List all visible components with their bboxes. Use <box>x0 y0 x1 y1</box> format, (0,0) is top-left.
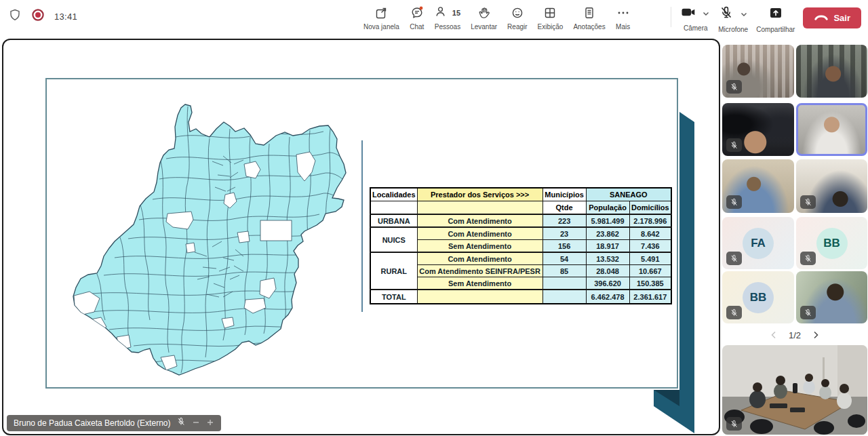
muted-mic-icon <box>800 306 816 319</box>
participant-video-tile-active-speaker[interactable] <box>796 103 867 156</box>
col-header-domicilios: Domicílios <box>629 201 671 215</box>
saneago-service-table: Localidades Prestador dos Serviços >>> M… <box>370 187 672 304</box>
participant-video-tile[interactable] <box>796 159 867 213</box>
shared-screen-stage: Localidades Prestador dos Serviços >>> M… <box>2 39 720 435</box>
toolbar-divider <box>671 7 671 27</box>
leave-button[interactable]: Sair <box>803 7 861 28</box>
page-indicator: 1/2 <box>789 330 801 340</box>
col-header-populacao: População <box>586 201 629 215</box>
avatar: BB <box>816 228 848 259</box>
share-control[interactable]: Compartilhar <box>756 5 795 33</box>
more-button[interactable]: Mais <box>616 5 631 31</box>
hangup-phone-icon <box>814 13 829 23</box>
smiley-icon <box>511 5 524 20</box>
col-header-municipios: Municípios <box>542 188 586 201</box>
document-icon <box>583 5 596 20</box>
participants-pager: 1/2 <box>722 326 868 344</box>
muted-mic-icon <box>800 252 816 265</box>
meeting-room-video-tile[interactable] <box>722 345 867 435</box>
participants-sidebar: FA BB BB 1/2 <box>722 39 868 436</box>
participant-video-tile[interactable] <box>722 103 794 156</box>
grid-view-icon <box>543 5 557 20</box>
new-window-icon <box>374 5 388 20</box>
chat-button[interactable]: Chat <box>410 5 425 31</box>
camera-control[interactable]: Câmera <box>681 5 710 32</box>
shield-icon <box>8 8 22 24</box>
chat-icon <box>410 5 425 20</box>
muted-mic-icon <box>800 195 816 209</box>
microphone-muted-icon <box>719 5 734 23</box>
pager-chevron-right-icon[interactable] <box>812 330 820 340</box>
muted-mic-icon <box>726 417 742 431</box>
participant-avatar-tile[interactable]: FA <box>722 217 794 269</box>
annotations-button[interactable]: Anotações <box>573 5 605 31</box>
participant-video-tile[interactable] <box>796 45 867 98</box>
participant-avatar-tile[interactable]: BB <box>796 217 867 269</box>
col-header-saneago: SANEAGO <box>586 188 671 201</box>
muted-mic-icon <box>726 195 742 209</box>
muted-mic-icon <box>726 138 742 152</box>
table-row: URBANA Com Atendimento 223 5.981.499 2.1… <box>370 214 671 227</box>
new-window-button[interactable]: Nova janela <box>363 5 399 31</box>
muted-mic-icon <box>726 252 742 265</box>
meeting-timer: 13:41 <box>54 12 77 22</box>
camera-icon <box>681 5 696 22</box>
participant-video-tile[interactable] <box>722 159 794 213</box>
table-row: RURAL Com Atendimento 54 13.532 5.491 <box>370 252 671 265</box>
people-icon <box>435 5 448 21</box>
zoom-out-icon[interactable] <box>192 417 200 429</box>
react-button[interactable]: Reagir <box>507 5 527 31</box>
presenter-name-pill: Bruno de Padua Caixeta Bertoldo (Externo… <box>7 415 221 431</box>
muted-mic-icon <box>726 80 742 94</box>
table-row: NUICS Com Atendimento 23 23.862 8.642 <box>370 227 671 240</box>
zoom-in-icon[interactable] <box>206 417 214 429</box>
recording-indicator-icon <box>31 8 45 24</box>
meeting-toolbar: 13:41 Nova janela Chat 15 Pessoas <box>0 0 868 39</box>
pager-chevron-left-icon[interactable] <box>770 330 778 340</box>
presenter-name: Bruno de Padua Caixeta Bertoldo (Externo… <box>14 418 170 428</box>
participant-count: 15 <box>452 9 460 17</box>
slide-divider-line <box>361 140 363 312</box>
raise-hand-button[interactable]: Levantar <box>471 5 497 31</box>
col-header-localidades: Localidades <box>370 188 417 201</box>
raised-hand-icon <box>477 5 491 20</box>
camera-chevron-down-icon[interactable] <box>702 9 710 18</box>
participant-avatar-tile[interactable]: BB <box>722 271 794 323</box>
ellipsis-icon <box>616 5 631 20</box>
microphone-chevron-down-icon[interactable] <box>740 10 748 18</box>
microphone-control[interactable]: Microfone <box>718 5 748 33</box>
muted-mic-icon <box>726 306 742 319</box>
presenter-muted-mic-icon <box>176 417 186 429</box>
people-button[interactable]: 15 Pessoas <box>435 5 460 31</box>
view-button[interactable]: Exibição <box>538 5 564 31</box>
participant-video-tile[interactable] <box>722 45 794 98</box>
table-total-row: TOTAL 6.462.478 2.361.617 <box>370 290 671 304</box>
col-header-prestador: Prestador dos Serviços >>> <box>417 188 542 201</box>
col-header-qtde: Qtde <box>542 201 586 215</box>
participant-video-tile[interactable] <box>796 271 867 323</box>
federal-district-area <box>260 220 292 241</box>
goias-municipalities-map <box>52 96 357 388</box>
avatar: BB <box>743 282 774 313</box>
share-screen-icon <box>768 5 783 23</box>
avatar: FA <box>743 228 774 259</box>
meeting-room-scene <box>722 345 867 435</box>
